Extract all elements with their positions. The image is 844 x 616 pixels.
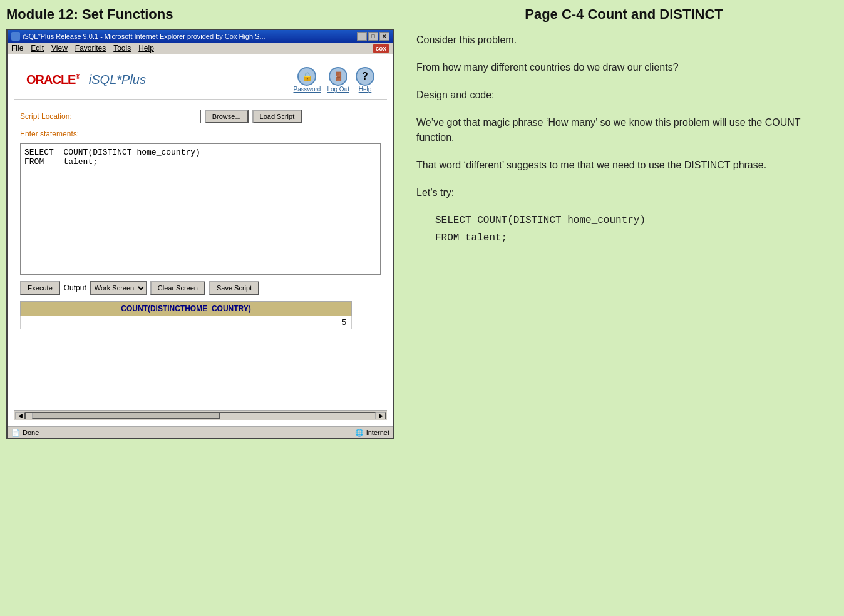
password-icon[interactable]: 🔒 bbox=[297, 67, 316, 86]
menu-edit[interactable]: Edit bbox=[31, 44, 44, 53]
menu-favorites[interactable]: Favorites bbox=[75, 44, 106, 53]
menu-items: File Edit View Favorites Tools Help bbox=[11, 44, 154, 53]
left-panel: Module 12: Set Functions iSQL*Plus Relea… bbox=[0, 0, 404, 616]
output-label: Output bbox=[64, 284, 86, 292]
execute-button[interactable]: Execute bbox=[20, 281, 60, 295]
isql-title: iSQL*Plus bbox=[89, 73, 146, 87]
scroll-left-button[interactable]: ◀ bbox=[15, 412, 25, 419]
status-page-icon: 📄 bbox=[11, 428, 20, 437]
results-table: COUNT(DISTINCTHOME_COUNTRY) 5 bbox=[20, 301, 352, 329]
output-select[interactable]: Work Screen File Clipboard bbox=[90, 281, 147, 295]
results-container: COUNT(DISTINCTHOME_COUNTRY) 5 bbox=[20, 301, 381, 329]
script-location-input[interactable] bbox=[76, 110, 201, 123]
status-done-text: Done bbox=[23, 429, 39, 436]
menu-view[interactable]: View bbox=[51, 44, 68, 53]
logout-label[interactable]: Log Out bbox=[327, 86, 349, 93]
table-row: 5 bbox=[21, 316, 352, 329]
logo-area: ORACLE® iSQL*Plus bbox=[26, 73, 146, 87]
h-scrollbar-thumb bbox=[32, 413, 220, 419]
browser-content: ORACLE® iSQL*Plus 🔒 Password 🚪 Log Out ?… bbox=[8, 54, 393, 426]
right-panel: Page C-4 Count and DISTINCT Consider thi… bbox=[404, 0, 844, 616]
browser-menubar: File Edit View Favorites Tools Help cox bbox=[8, 43, 393, 54]
h-scrollbar[interactable] bbox=[25, 412, 376, 419]
left-panel-title: Module 12: Set Functions bbox=[6, 6, 398, 23]
h-scrollbar-area: ◀ ▶ bbox=[14, 410, 387, 420]
browser-statusbar: 📄 Done 🌐 Internet bbox=[8, 426, 393, 438]
paragraph-1: Consider this problem. bbox=[416, 33, 831, 48]
isql-toolbar: 🔒 Password 🚪 Log Out ? Help bbox=[294, 67, 375, 93]
status-internet-text: Internet bbox=[366, 429, 389, 436]
code-line-1: SELECT COUNT(DISTINCT home_country) bbox=[435, 213, 831, 228]
menu-file[interactable]: File bbox=[11, 44, 23, 53]
close-button[interactable]: ✕ bbox=[379, 32, 389, 41]
browser-titlebar: iSQL*Plus Release 9.0.1 - Microsoft Inte… bbox=[8, 30, 393, 43]
clear-screen-button[interactable]: Clear Screen bbox=[150, 281, 205, 295]
status-right: 🌐 Internet bbox=[355, 428, 389, 437]
load-script-button[interactable]: Load Script bbox=[252, 110, 302, 123]
save-script-button[interactable]: Save Script bbox=[209, 281, 259, 295]
ie-icon bbox=[11, 32, 20, 41]
browser-title: iSQL*Plus Release 9.0.1 - Microsoft Inte… bbox=[23, 33, 265, 40]
logout-icon[interactable]: 🚪 bbox=[329, 67, 347, 86]
help-icon[interactable]: ? bbox=[356, 67, 374, 86]
paragraph-5: That word ‘different’ suggests to me tha… bbox=[416, 158, 831, 173]
help-label[interactable]: Help bbox=[359, 86, 372, 93]
isql-header: ORACLE® iSQL*Plus 🔒 Password 🚪 Log Out ?… bbox=[14, 61, 387, 100]
help-btn-group: ? Help bbox=[356, 67, 374, 93]
cox-badge: cox bbox=[373, 44, 389, 53]
oracle-logo: ORACLE® bbox=[26, 73, 80, 87]
maximize-button[interactable]: □ bbox=[368, 32, 378, 41]
paragraph-2: From how many different countries do we … bbox=[416, 60, 831, 75]
status-left: 📄 Done bbox=[11, 428, 39, 437]
paragraph-4: We’ve got that magic phrase ‘How many’ s… bbox=[416, 115, 831, 145]
script-location-bar: Script Location: Browse... Load Script bbox=[14, 106, 387, 127]
status-internet-icon: 🌐 bbox=[355, 428, 364, 437]
password-label[interactable]: Password bbox=[294, 86, 321, 93]
sql-textarea[interactable]: SELECT COUNT(DISTINCT home_country) FROM… bbox=[21, 144, 380, 274]
right-panel-title: Page C-4 Count and DISTINCT bbox=[416, 6, 831, 23]
titlebar-controls: _ □ ✕ bbox=[357, 32, 389, 41]
titlebar-left: iSQL*Plus Release 9.0.1 - Microsoft Inte… bbox=[11, 32, 265, 41]
results-column-header: COUNT(DISTINCTHOME_COUNTRY) bbox=[21, 302, 352, 316]
menu-tools[interactable]: Tools bbox=[113, 44, 131, 53]
minimize-button[interactable]: _ bbox=[357, 32, 367, 41]
code-line-2: FROM talent; bbox=[435, 230, 831, 245]
sql-textarea-container: SELECT COUNT(DISTINCT home_country) FROM… bbox=[20, 143, 381, 275]
content-spacer bbox=[14, 332, 387, 407]
browse-button[interactable]: Browse... bbox=[205, 110, 249, 123]
browser-window: iSQL*Plus Release 9.0.1 - Microsoft Inte… bbox=[6, 29, 394, 439]
logout-btn-group: 🚪 Log Out bbox=[327, 67, 349, 93]
enter-statements-label: Enter statements: bbox=[14, 127, 387, 141]
menu-help[interactable]: Help bbox=[138, 44, 154, 53]
paragraph-3: Design and code: bbox=[416, 88, 831, 103]
scroll-right-button[interactable]: ▶ bbox=[376, 412, 386, 419]
bottom-toolbar: Execute Output Work Screen File Clipboar… bbox=[14, 277, 387, 299]
results-value: 5 bbox=[21, 316, 352, 329]
password-btn-group: 🔒 Password bbox=[294, 67, 321, 93]
paragraph-6: Let’s try: bbox=[416, 185, 831, 200]
script-location-label: Script Location: bbox=[20, 112, 72, 121]
